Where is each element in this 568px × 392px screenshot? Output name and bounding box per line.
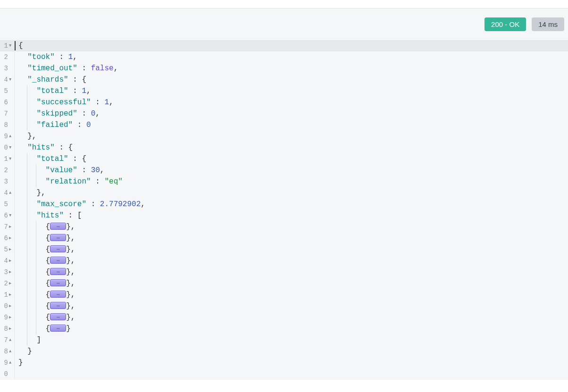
line-number[interactable]: 2▶ — [0, 278, 14, 289]
brace-close: }, — [66, 291, 75, 299]
fold-marker-icon[interactable]: ▼ — [9, 210, 13, 221]
line-number-gutter[interactable]: 1▼234▼56789▲0▼1▼234▲56▼7▶6▶5▶4▶3▶2▶1▶0▶9… — [0, 40, 15, 380]
fold-expand-icon[interactable] — [50, 268, 66, 275]
line-number[interactable]: 6 — [0, 97, 14, 108]
line-number[interactable]: 0 — [0, 368, 14, 380]
code-line[interactable]: "hits" : { — [18, 142, 568, 153]
code-line[interactable]: "_shards" : { — [18, 74, 568, 85]
line-number[interactable]: 7 — [0, 108, 14, 119]
fold-expand-icon[interactable] — [50, 291, 66, 298]
line-number[interactable]: 9▲ — [0, 357, 14, 368]
line-number[interactable]: 4▲ — [0, 187, 14, 199]
line-number[interactable]: 8 — [0, 119, 14, 131]
brace-open: { — [46, 245, 50, 254]
fold-marker-icon[interactable]: ▶ — [9, 300, 13, 312]
code-line[interactable]: "took" : 1, — [18, 51, 568, 63]
fold-marker-icon[interactable]: ▶ — [9, 312, 13, 323]
folded-hit-line[interactable]: {}, — [18, 244, 568, 255]
code-line[interactable]: "total" : 1, — [18, 85, 568, 97]
code-line[interactable]: }, — [18, 187, 568, 199]
json-response-viewer[interactable]: 1▼234▼56789▲0▼1▼234▲56▼7▶6▶5▶4▶3▶2▶1▶0▶9… — [0, 40, 568, 380]
folded-hit-line[interactable]: {}, — [18, 255, 568, 267]
line-number[interactable]: 1▼ — [0, 153, 14, 165]
latency-badge: 14 ms — [532, 17, 564, 31]
line-number[interactable]: 9▶ — [0, 312, 14, 323]
fold-marker-icon[interactable]: ▼ — [9, 142, 13, 153]
fold-marker-icon[interactable]: ▼ — [9, 74, 13, 85]
brace-close: } — [66, 325, 71, 333]
code-line[interactable]: "successful" : 1, — [18, 97, 568, 108]
fold-marker-icon[interactable]: ▶ — [9, 255, 13, 267]
line-number[interactable]: 0▶ — [0, 300, 14, 312]
code-line[interactable]: "total" : { — [18, 153, 568, 165]
fold-marker-icon[interactable]: ▲ — [9, 357, 13, 368]
line-number[interactable]: 2 — [0, 165, 14, 176]
fold-marker-icon[interactable]: ▶ — [9, 289, 13, 300]
json-key: "skipped" — [36, 109, 77, 118]
fold-marker-icon[interactable]: ▲ — [9, 346, 13, 357]
fold-marker-icon[interactable]: ▶ — [9, 267, 13, 278]
code-line[interactable]: { — [15, 40, 568, 51]
line-number[interactable]: 2 — [0, 51, 14, 63]
fold-marker-icon[interactable]: ▶ — [9, 233, 13, 244]
folded-hit-line[interactable]: {}, — [18, 300, 568, 312]
fold-expand-icon[interactable] — [50, 234, 66, 241]
code-line[interactable]: "skipped" : 0, — [18, 108, 568, 119]
code-line[interactable]: "hits" : [ — [18, 210, 568, 221]
fold-marker-icon[interactable]: ▲ — [9, 187, 13, 199]
fold-marker-icon[interactable]: ▲ — [9, 131, 13, 142]
code-line[interactable]: "failed" : 0 — [18, 119, 568, 131]
line-number[interactable]: 6▼ — [0, 210, 14, 221]
fold-expand-icon[interactable] — [50, 313, 66, 320]
folded-hit-line[interactable]: {}, — [18, 267, 568, 278]
code-line[interactable] — [18, 368, 568, 380]
fold-marker-icon[interactable]: ▼ — [9, 40, 13, 51]
folded-hit-line[interactable]: {} — [18, 323, 568, 334]
code-line[interactable]: "timed_out" : false, — [18, 63, 568, 74]
folded-hit-line[interactable]: {}, — [18, 233, 568, 244]
fold-marker-icon[interactable]: ▲ — [9, 334, 13, 346]
fold-expand-icon[interactable] — [50, 245, 66, 252]
line-number[interactable]: 5▶ — [0, 244, 14, 255]
line-number[interactable]: 5 — [0, 85, 14, 97]
line-number[interactable]: 8▶ — [0, 323, 14, 334]
line-number[interactable]: 4▶ — [0, 255, 14, 267]
line-number[interactable]: 0▼ — [0, 142, 14, 153]
fold-expand-icon[interactable] — [50, 257, 66, 264]
fold-expand-icon[interactable] — [50, 325, 66, 332]
json-key: "_shards" — [27, 75, 68, 84]
line-number[interactable]: 1▼ — [0, 40, 14, 51]
line-number[interactable]: 6▶ — [0, 233, 14, 244]
line-number[interactable]: 7▲ — [0, 334, 14, 346]
line-number[interactable]: 9▲ — [0, 131, 14, 142]
code-content[interactable]: { "took" : 1, "timed_out" : false, "_sha… — [15, 40, 568, 380]
line-number[interactable]: 3▶ — [0, 267, 14, 278]
code-line[interactable]: ] — [18, 334, 568, 346]
fold-marker-icon[interactable]: ▼ — [9, 153, 13, 165]
line-number[interactable]: 1▶ — [0, 289, 14, 300]
line-number[interactable]: 3 — [0, 176, 14, 187]
folded-hit-line[interactable]: {}, — [18, 221, 568, 233]
line-number[interactable]: 8▲ — [0, 346, 14, 357]
fold-expand-icon[interactable] — [50, 223, 66, 230]
fold-marker-icon[interactable]: ▶ — [9, 278, 13, 289]
line-number[interactable]: 3 — [0, 63, 14, 74]
fold-marker-icon[interactable]: ▶ — [9, 244, 13, 255]
code-line[interactable]: } — [18, 346, 568, 357]
fold-marker-icon[interactable]: ▶ — [9, 323, 13, 334]
line-number[interactable]: 4▼ — [0, 74, 14, 85]
fold-expand-icon[interactable] — [50, 302, 66, 309]
folded-hit-line[interactable]: {}, — [18, 289, 568, 300]
line-number[interactable]: 5 — [0, 199, 14, 210]
json-key: "value" — [46, 166, 77, 175]
code-line[interactable]: } — [18, 357, 568, 368]
fold-marker-icon[interactable]: ▶ — [9, 221, 13, 233]
code-line[interactable]: "relation" : "eq" — [18, 176, 568, 187]
code-line[interactable]: "max_score" : 2.7792902, — [18, 199, 568, 210]
folded-hit-line[interactable]: {}, — [18, 278, 568, 289]
folded-hit-line[interactable]: {}, — [18, 312, 568, 323]
code-line[interactable]: "value" : 30, — [18, 165, 568, 176]
code-line[interactable]: }, — [18, 131, 568, 142]
fold-expand-icon[interactable] — [50, 279, 66, 286]
line-number[interactable]: 7▶ — [0, 221, 14, 233]
